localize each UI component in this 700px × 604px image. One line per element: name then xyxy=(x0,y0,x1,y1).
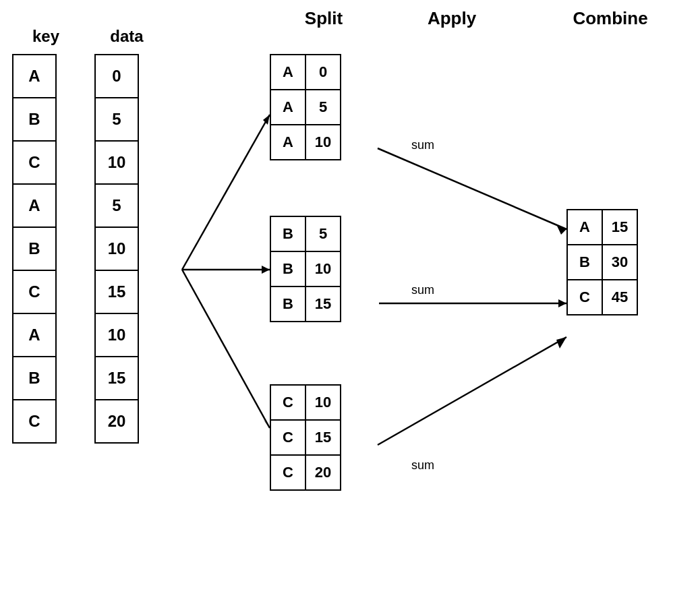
split-cell: 15 xyxy=(602,210,637,245)
svg-marker-11 xyxy=(556,337,566,349)
apply-label-c: sum xyxy=(411,458,434,473)
split-cell: 10 xyxy=(305,251,341,286)
key-cell: B xyxy=(13,227,56,270)
split-cell: C xyxy=(270,455,305,490)
data-cell: 20 xyxy=(95,400,138,443)
data-cell: 10 xyxy=(95,313,138,357)
split-cell: C xyxy=(270,420,305,455)
svg-line-10 xyxy=(378,337,566,445)
split-cell: 30 xyxy=(602,245,637,280)
key-cell: C xyxy=(13,141,56,184)
svg-marker-3 xyxy=(262,266,270,274)
svg-marker-7 xyxy=(556,224,566,235)
svg-marker-9 xyxy=(558,299,566,307)
split-cell: 5 xyxy=(305,90,341,125)
split-group-c: C10C15C20 xyxy=(270,384,341,491)
split-cell: B xyxy=(270,286,305,322)
key-cell: C xyxy=(13,270,56,313)
key-cell: A xyxy=(13,313,56,357)
split-cell: C xyxy=(270,385,305,420)
svg-marker-5 xyxy=(263,419,270,428)
key-header: key xyxy=(19,27,73,46)
svg-line-4 xyxy=(182,270,270,428)
data-cell: 10 xyxy=(95,141,138,184)
key-cell: A xyxy=(13,55,56,98)
key-cell: B xyxy=(13,357,56,400)
split-cell: 45 xyxy=(602,280,637,315)
split-cell: 10 xyxy=(305,125,341,160)
split-cell: B xyxy=(270,251,305,286)
svg-line-6 xyxy=(378,148,566,229)
data-cell: 10 xyxy=(95,227,138,270)
data-cell: 0 xyxy=(95,55,138,98)
combine-header: Combine xyxy=(566,8,654,29)
svg-line-0 xyxy=(182,115,270,270)
key-table: ABCABCABC xyxy=(12,54,57,444)
apply-header: Apply xyxy=(418,8,486,29)
svg-marker-1 xyxy=(263,115,270,125)
split-cell: 10 xyxy=(305,385,341,420)
key-cell: C xyxy=(13,400,56,443)
split-cell: 20 xyxy=(305,455,341,490)
split-cell: 15 xyxy=(305,420,341,455)
split-cell: B xyxy=(270,216,305,251)
apply-label-a: sum xyxy=(411,138,434,152)
split-group-b: B5B10B15 xyxy=(270,216,341,322)
split-cell: A xyxy=(270,125,305,160)
split-cell: B xyxy=(567,245,602,280)
split-cell: C xyxy=(567,280,602,315)
apply-label-b: sum xyxy=(411,283,434,297)
split-group-a: A0A5A10 xyxy=(270,54,341,160)
data-cell: 5 xyxy=(95,184,138,227)
data-table: 051051015101520 xyxy=(94,54,139,444)
split-cell: 15 xyxy=(305,286,341,322)
data-cell: 5 xyxy=(95,98,138,141)
split-cell: 0 xyxy=(305,55,341,90)
diagram-container: Split Apply Combine key data ABCABCABC 0… xyxy=(0,0,700,604)
split-cell: A xyxy=(270,90,305,125)
data-cell: 15 xyxy=(95,357,138,400)
data-header: data xyxy=(100,27,154,46)
key-cell: A xyxy=(13,184,56,227)
split-cell: A xyxy=(270,55,305,90)
split-cell: 5 xyxy=(305,216,341,251)
split-cell: A xyxy=(567,210,602,245)
data-cell: 15 xyxy=(95,270,138,313)
split-header: Split xyxy=(290,8,357,29)
key-cell: B xyxy=(13,98,56,141)
combine-table: A15B30C45 xyxy=(566,209,638,315)
